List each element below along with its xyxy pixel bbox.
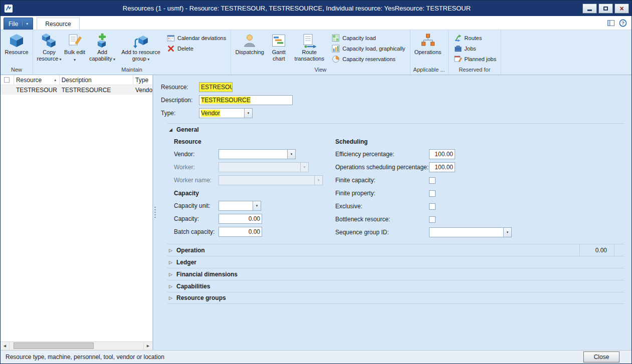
dispatching-button[interactable]: Dispatching [233, 31, 267, 66]
vendor-label: Vendor: [174, 151, 219, 158]
panel-splitter[interactable] [153, 75, 156, 350]
grid-horizontal-scrollbar[interactable]: ◀ ▶ [1, 341, 152, 350]
minimize-button[interactable] [582, 4, 597, 14]
worker-name-combo: ▾ [219, 175, 323, 185]
vendor-combo[interactable]: ▾ [219, 149, 296, 159]
add-capability-icon [94, 33, 110, 49]
section-operation-header[interactable]: ▷ Operation 0.00 [167, 244, 624, 256]
dropdown-arrow-icon[interactable]: ▾ [503, 228, 511, 237]
capacity-load-icon [332, 34, 340, 42]
capacity-subsection-title: Capacity [174, 187, 335, 199]
splitter-handle-icon [154, 207, 156, 219]
section-resource-groups-header[interactable]: ▷ Resource groups [167, 292, 624, 304]
resource-cube-icon [9, 33, 25, 49]
description-field[interactable]: TESTRESOURCE [199, 95, 293, 105]
tab-resource[interactable]: Resource [37, 18, 79, 30]
efficiency-percentage-label: Efficiency percentage: [335, 151, 429, 158]
delete-button[interactable]: Delete [167, 44, 226, 53]
operations-button[interactable]: Operations [412, 31, 444, 66]
delete-icon [167, 45, 175, 53]
scroll-left-button[interactable]: ◀ [1, 342, 10, 350]
capacity-field[interactable]: 0.00 [219, 214, 262, 224]
worker-name-label: Worker name: [174, 177, 219, 184]
grid-select-all-cell[interactable] [1, 75, 14, 85]
layout-panes-icon[interactable] [606, 19, 615, 27]
route-transactions-button[interactable]: Route transactions [291, 31, 328, 66]
add-to-resource-group-button[interactable]: Add to resource group [119, 31, 163, 66]
capacity-load-graphically-icon [332, 45, 340, 53]
select-all-checkbox[interactable] [4, 77, 10, 83]
finite-property-checkbox[interactable] [429, 190, 436, 197]
batch-capacity-field[interactable]: 0.00 [219, 227, 262, 237]
capacity-unit-label: Capacity unit: [174, 202, 219, 209]
collapsed-arrow-icon: ▷ [168, 272, 173, 277]
dropdown-arrow-icon[interactable]: ▾ [244, 109, 252, 118]
jobs-button[interactable]: Jobs [454, 44, 497, 53]
resource-subsection-title: Resource [174, 135, 335, 148]
operations-icon [420, 33, 436, 49]
maximize-button[interactable] [598, 4, 613, 14]
exclusive-checkbox[interactable] [429, 203, 436, 210]
scroll-track[interactable] [10, 342, 143, 350]
resource-field[interactable]: ESTRESOUR [199, 82, 233, 92]
maximize-icon [603, 7, 608, 11]
efficiency-percentage-field[interactable]: 100.00 [429, 149, 455, 159]
ribbon-group-new: Resource New [1, 30, 33, 75]
calendar-deviations-button[interactable]: Calendar deviations [167, 34, 226, 43]
content-area: Resource ▲ Description Type TESTRESOUR T… [1, 75, 631, 350]
operations-scheduling-percentage-label: Operations scheduling percentage: [335, 164, 429, 171]
collapsed-arrow-icon: ▷ [168, 260, 173, 265]
planned-jobs-button[interactable]: Planned jobs [454, 55, 497, 64]
capacity-reservations-button[interactable]: Capacity reservations [332, 55, 405, 64]
section-financial-dimensions-header[interactable]: ▷ Financial dimensions [167, 268, 624, 280]
scroll-right-button[interactable]: ▶ [143, 342, 152, 350]
table-row[interactable]: TESTRESOUR TESTRESOURCE Vendor [1, 85, 152, 95]
type-combo[interactable]: Vendor ▾ [199, 108, 253, 118]
resource-field-label: Resource: [161, 84, 199, 91]
file-menu-button[interactable]: File ▾ [4, 18, 33, 30]
route-transactions-icon [301, 33, 317, 49]
section-general: ◢ General Resource Vendor: ▾ [167, 123, 624, 244]
dropdown-arrow-icon[interactable]: ▾ [287, 150, 295, 159]
section-general-header[interactable]: ◢ General [167, 124, 624, 135]
status-bar: Resource type, machine, personnel, tool,… [1, 350, 631, 363]
grid-column-resource[interactable]: Resource ▲ [14, 75, 60, 85]
collapsed-arrow-icon: ▷ [168, 248, 173, 253]
scroll-thumb[interactable] [14, 342, 94, 349]
gantt-chart-icon [271, 33, 287, 49]
grid-column-type[interactable]: Type [133, 75, 152, 85]
sequence-group-id-combo[interactable]: ▾ [429, 227, 512, 237]
worker-label: Worker: [174, 164, 219, 171]
dropdown-arrow-icon: ▾ [314, 176, 322, 185]
capacity-load-button[interactable]: Capacity load [332, 34, 405, 43]
section-capabilities-header[interactable]: ▷ Capabilities [167, 280, 624, 292]
sequence-group-id-label: Sequence group ID: [335, 229, 429, 236]
copy-resource-button[interactable]: Copy resource [35, 31, 64, 66]
close-window-button[interactable]: × [614, 4, 629, 14]
new-resource-button[interactable]: Resource [2, 31, 31, 66]
operation-summary-value: 0.00 [579, 244, 614, 256]
ribbon-group-label-applicable: Applicable ... [410, 66, 448, 75]
bulk-edit-button[interactable]: Bulk edit [64, 31, 86, 66]
window-title: Resources (1 - usmf) - Resource: TESTRES… [14, 5, 579, 12]
close-button[interactable]: Close [583, 351, 619, 362]
capacity-unit-combo[interactable]: ▾ [219, 201, 261, 211]
grid-column-description[interactable]: Description [60, 75, 133, 85]
gantt-chart-button[interactable]: Gantt chart [267, 31, 291, 66]
add-capability-button[interactable]: Add capability [86, 31, 119, 66]
ribbon-group-view: Dispatching Gantt chart Route transactio… [231, 30, 410, 75]
capacity-load-graphically-button[interactable]: Capacity load, graphically [332, 44, 405, 53]
capacity-reservations-icon [332, 55, 340, 63]
routes-button[interactable]: Routes [454, 34, 497, 43]
batch-capacity-label: Batch capacity: [174, 228, 219, 235]
help-icon[interactable]: ? [618, 19, 627, 27]
status-text: Resource type, machine, personnel, tool,… [6, 353, 164, 360]
dropdown-arrow-icon[interactable]: ▾ [253, 201, 261, 210]
resource-list-panel: Resource ▲ Description Type TESTRESOUR T… [1, 75, 153, 350]
operations-scheduling-percentage-field[interactable]: 100.00 [429, 162, 455, 172]
finite-capacity-checkbox[interactable] [429, 177, 436, 184]
description-field-label: Description: [161, 97, 199, 104]
bottleneck-resource-checkbox[interactable] [429, 216, 436, 223]
section-ledger-header[interactable]: ▷ Ledger [167, 256, 624, 268]
ribbon-group-label-reserved: Reserved for [449, 66, 501, 75]
